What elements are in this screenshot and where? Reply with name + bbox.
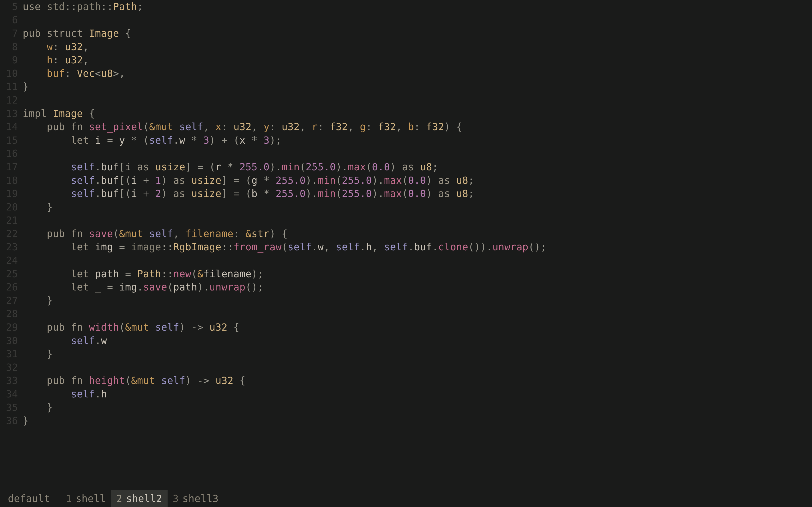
line-number: 13	[3, 108, 23, 119]
line-number: 25	[3, 268, 23, 280]
line-number: 11	[3, 81, 23, 93]
code-content[interactable]: self.buf[i as usize] = (r * 255.0).min(2…	[23, 161, 438, 173]
line-number: 7	[3, 28, 23, 39]
line-number: 33	[3, 375, 23, 386]
code-line[interactable]: 14 pub fn set_pixel(&mut self, x: u32, y…	[3, 120, 812, 133]
line-number: 28	[3, 308, 23, 320]
line-number: 31	[3, 348, 23, 360]
code-line[interactable]: 6	[3, 13, 812, 27]
code-line[interactable]: 10 buf: Vec<u8>,	[3, 67, 812, 80]
line-number: 16	[3, 148, 23, 159]
line-number: 26	[3, 281, 23, 293]
line-number: 17	[3, 161, 23, 173]
code-line[interactable]: 36}	[3, 414, 812, 428]
code-line[interactable]: 22 pub fn save(&mut self, filename: &str…	[3, 227, 812, 240]
code-content[interactable]: }	[23, 81, 29, 93]
code-content[interactable]: }	[23, 415, 29, 427]
code-line[interactable]: 7pub struct Image {	[3, 27, 812, 40]
line-number: 18	[3, 175, 23, 186]
code-content[interactable]: pub fn height(&mut self) -> u32 {	[23, 375, 246, 386]
window-tab-shell[interactable]: 1shell	[60, 490, 111, 507]
code-content[interactable]: pub fn width(&mut self) -> u32 {	[23, 322, 240, 333]
code-content[interactable]: }	[23, 295, 53, 306]
code-content[interactable]: pub struct Image {	[23, 28, 131, 39]
code-line[interactable]: 35 }	[3, 401, 812, 414]
code-line[interactable]: 18 self.buf[(i + 1) as usize] = (g * 255…	[3, 174, 812, 187]
code-line[interactable]: 15 let i = y * (self.w * 3) + (x * 3);	[3, 133, 812, 147]
tab-name: shell2	[126, 493, 162, 504]
code-content[interactable]: self.w	[23, 335, 107, 346]
line-number: 21	[3, 215, 23, 226]
code-line[interactable]: 19 self.buf[(i + 2) as usize] = (b * 255…	[3, 187, 812, 201]
code-content[interactable]: pub fn save(&mut self, filename: &str) {	[23, 228, 288, 239]
code-line[interactable]: 8 w: u32,	[3, 40, 812, 54]
tab-index: 3	[173, 493, 179, 504]
code-line[interactable]: 5use std::path::Path;	[3, 0, 812, 13]
code-line[interactable]: 33 pub fn height(&mut self) -> u32 {	[3, 374, 812, 388]
code-content[interactable]: h: u32,	[23, 54, 89, 66]
line-number: 19	[3, 188, 23, 200]
tab-index: 1	[66, 493, 72, 504]
code-content[interactable]: }	[23, 402, 53, 413]
line-number: 14	[3, 121, 23, 132]
line-number: 30	[3, 335, 23, 346]
code-content[interactable]: }	[23, 348, 53, 360]
code-line[interactable]: 9 h: u32,	[3, 53, 812, 67]
code-line[interactable]: 34 self.h	[3, 387, 812, 401]
code-content[interactable]: self.h	[23, 388, 107, 400]
code-line[interactable]: 16	[3, 147, 812, 161]
session-name: default	[8, 493, 60, 504]
line-number: 10	[3, 68, 23, 79]
code-content[interactable]: self.buf[(i + 1) as usize] = (g * 255.0)…	[23, 175, 474, 186]
code-editor[interactable]: 5use std::path::Path;67pub struct Image …	[0, 0, 812, 490]
line-number: 9	[3, 54, 23, 66]
window-tab-shell2[interactable]: 2shell2	[111, 490, 167, 507]
tab-index: 2	[116, 493, 122, 504]
line-number: 27	[3, 295, 23, 306]
code-line[interactable]: 13impl Image {	[3, 107, 812, 120]
line-number: 15	[3, 135, 23, 146]
code-line[interactable]: 26 let _ = img.save(path).unwrap();	[3, 280, 812, 294]
code-line[interactable]: 12	[3, 94, 812, 107]
code-content[interactable]: let path = Path::new(&filename);	[23, 268, 263, 280]
code-content[interactable]: pub fn set_pixel(&mut self, x: u32, y: u…	[23, 121, 462, 132]
line-number: 8	[3, 41, 23, 53]
code-line[interactable]: 23 let img = image::RgbImage::from_raw(s…	[3, 240, 812, 254]
line-number: 24	[3, 255, 23, 266]
code-content[interactable]: impl Image {	[23, 108, 95, 119]
code-line[interactable]: 24	[3, 254, 812, 267]
code-content[interactable]: let i = y * (self.w * 3) + (x * 3);	[23, 135, 282, 146]
code-content[interactable]: use std::path::Path;	[23, 1, 143, 12]
code-line[interactable]: 20 }	[3, 201, 812, 214]
window-tab-shell3[interactable]: 3shell3	[167, 490, 224, 507]
code-line[interactable]: 25 let path = Path::new(&filename);	[3, 267, 812, 281]
line-number: 32	[3, 362, 23, 373]
line-number: 29	[3, 322, 23, 333]
code-line[interactable]: 29 pub fn width(&mut self) -> u32 {	[3, 321, 812, 334]
code-line[interactable]: 32	[3, 361, 812, 374]
line-number: 35	[3, 402, 23, 413]
code-line[interactable]: 28	[3, 307, 812, 321]
line-number: 5	[3, 1, 23, 12]
code-line[interactable]: 27 }	[3, 294, 812, 307]
line-number: 20	[3, 202, 23, 213]
window-tabs: 1shell2shell23shell3	[60, 490, 224, 507]
code-content[interactable]: }	[23, 202, 53, 213]
line-number: 23	[3, 241, 23, 253]
code-line[interactable]: 21	[3, 214, 812, 227]
code-content[interactable]: buf: Vec<u8>,	[23, 68, 125, 79]
code-line[interactable]: 30 self.w	[3, 334, 812, 347]
code-content[interactable]: self.buf[(i + 2) as usize] = (b * 255.0)…	[23, 188, 474, 200]
line-number: 6	[3, 14, 23, 25]
line-number: 12	[3, 95, 23, 106]
code-content[interactable]: let img = image::RgbImage::from_raw(self…	[23, 241, 547, 253]
code-content[interactable]: let _ = img.save(path).unwrap();	[23, 281, 263, 293]
line-number: 34	[3, 388, 23, 400]
code-content[interactable]: w: u32,	[23, 41, 89, 53]
line-number: 36	[3, 415, 23, 427]
code-line[interactable]: 11}	[3, 80, 812, 94]
status-bar: default 1shell2shell23shell3	[0, 490, 812, 507]
code-line[interactable]: 31 }	[3, 347, 812, 361]
tab-name: shell3	[183, 493, 218, 504]
code-line[interactable]: 17 self.buf[i as usize] = (r * 255.0).mi…	[3, 160, 812, 174]
